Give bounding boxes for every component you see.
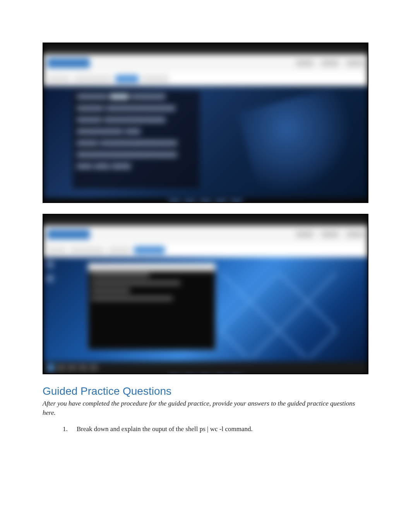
header-controls [296, 60, 364, 66]
lab-header [43, 225, 368, 243]
section-heading: Guided Practice Questions [43, 385, 368, 397]
tab-active [115, 75, 139, 83]
question-number: 1. [63, 425, 70, 434]
document-page: Guided Practice Questions After you have… [0, 0, 411, 457]
tab [74, 75, 112, 83]
lab-bottom-bar [43, 198, 368, 203]
header-item [296, 231, 313, 238]
tab-active [134, 246, 165, 254]
taskbar-item [68, 365, 76, 371]
question-item: 1. Break down and explain the ouput of t… [63, 425, 368, 434]
header-item [321, 60, 339, 66]
lab-tabs [43, 243, 368, 257]
taskbar-item [169, 200, 180, 203]
header-item [346, 231, 364, 238]
tab [47, 75, 70, 83]
question-text: Break down and explain the ouput of the … [77, 425, 253, 434]
lab-header [43, 54, 368, 72]
tab [47, 246, 67, 254]
taskbar-item [200, 200, 211, 203]
screenshot-linux-lab [43, 43, 368, 203]
lab-bottom-bar [43, 374, 368, 374]
tab [142, 75, 169, 83]
start-button-icon [47, 364, 54, 371]
taskbar-item [90, 365, 98, 371]
terminal-window [72, 90, 200, 189]
tab [70, 246, 104, 254]
header-item [321, 231, 339, 238]
windows-taskbar [43, 361, 368, 374]
screenshot-windows-lab [43, 214, 368, 374]
lab-logo [47, 58, 90, 68]
cmd-titlebar [88, 263, 215, 271]
taskbar-item [184, 200, 196, 203]
desktop-icons [46, 261, 53, 282]
header-item [346, 60, 364, 66]
section-instructions: After you have completed the procedure f… [43, 399, 368, 418]
linux-desktop [43, 86, 368, 198]
cmd-body [88, 271, 215, 307]
tab [108, 246, 131, 254]
desktop-icon [46, 275, 53, 282]
taskbar-item [79, 365, 87, 371]
header-item [296, 60, 313, 66]
lab-logo [47, 229, 90, 239]
taskbar-item [231, 200, 242, 203]
question-list: 1. Break down and explain the ouput of t… [43, 425, 368, 434]
desktop-icon [46, 261, 53, 268]
taskbar-item [215, 200, 227, 203]
lab-tabs [43, 72, 368, 86]
command-prompt-window [88, 263, 216, 350]
blurred-content [43, 43, 368, 202]
header-controls [296, 231, 364, 238]
browser-titlebar [43, 215, 368, 225]
blurred-content [43, 215, 368, 373]
browser-titlebar [43, 43, 368, 54]
taskbar-item [57, 365, 65, 371]
windows-desktop [43, 257, 368, 361]
